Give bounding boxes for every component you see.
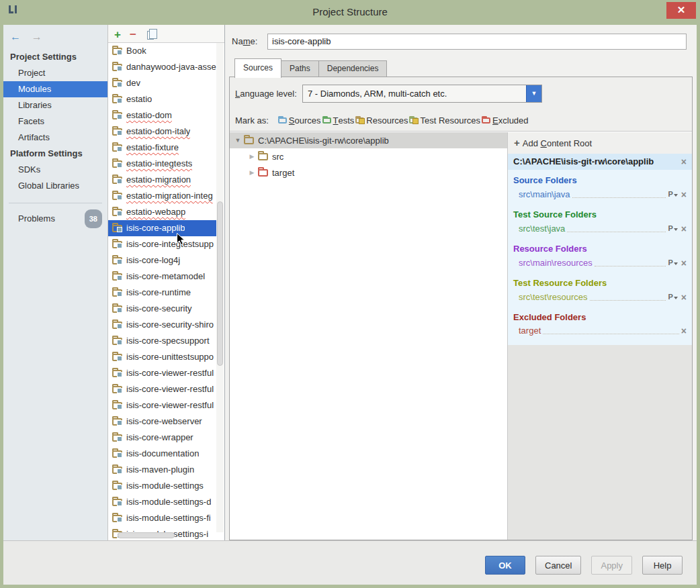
module-list-item[interactable]: isis-core-runtime xyxy=(108,285,217,301)
sidebar-item-facets[interactable]: Facets xyxy=(3,113,107,130)
remove-folder-icon[interactable]: × xyxy=(681,324,687,338)
module-list-item[interactable]: isis-core-viewer-restful xyxy=(108,381,217,397)
tree-row-target[interactable]: ▶ target xyxy=(230,164,507,181)
module-list-item[interactable]: isis-core-log4j xyxy=(108,252,217,268)
module-list-item[interactable]: isis-core-integtestsupp xyxy=(108,236,217,252)
mark-as-resources[interactable]: Resources xyxy=(355,115,408,126)
module-list-item[interactable]: estatio xyxy=(108,91,217,107)
module-list-item[interactable]: isis-core-specsupport xyxy=(108,333,217,349)
nav-section-platform-settings: Platform Settings xyxy=(3,146,107,162)
scrollbar-thumb[interactable] xyxy=(217,201,223,366)
module-icon xyxy=(112,289,122,297)
module-list-item[interactable]: isis-module-settings-d xyxy=(108,494,217,510)
folder-entry[interactable]: target × xyxy=(513,324,687,338)
module-list-item[interactable]: estatio-webapp xyxy=(108,204,217,220)
label-part: ources xyxy=(295,115,321,126)
package-prefix-button[interactable]: P xyxy=(668,222,677,235)
remove-folder-icon[interactable]: × xyxy=(681,291,687,304)
ok-button[interactable]: OK xyxy=(485,556,525,575)
package-prefix-button[interactable]: P xyxy=(668,187,677,201)
cancel-button[interactable]: Cancel xyxy=(535,556,581,575)
folder-entry[interactable]: src\test\java P × xyxy=(513,222,687,236)
remove-folder-icon[interactable]: × xyxy=(681,222,687,236)
package-prefix-button[interactable]: P xyxy=(668,256,677,269)
module-list-item[interactable]: isis-core-metamodel xyxy=(108,268,217,285)
remove-module-icon[interactable]: − xyxy=(130,30,136,40)
content-split: ▼ C:\APACHE\isis-git-rw\core\applib ▶ sr… xyxy=(230,132,692,540)
mark-as-tests[interactable]: Tests xyxy=(322,115,355,126)
module-list-item[interactable]: isis-core-security xyxy=(108,301,217,317)
expand-icon[interactable]: ▶ xyxy=(247,169,257,176)
help-button[interactable]: Help xyxy=(642,556,683,575)
module-list-horizontal-scrollbar[interactable] xyxy=(110,532,216,538)
module-label: estatio-integtests xyxy=(126,156,192,172)
module-label: estatio xyxy=(126,91,152,107)
tab-paths[interactable]: Paths xyxy=(281,60,319,77)
remove-folder-icon[interactable]: × xyxy=(681,256,687,270)
sidebar-item-problems[interactable]: Problems 38 xyxy=(3,209,107,228)
label-mnemonic: m xyxy=(243,36,251,46)
collapse-icon[interactable]: ▼ xyxy=(232,137,243,144)
sidebar-item-project[interactable]: Project xyxy=(3,65,107,81)
tab-dependencies[interactable]: Dependencies xyxy=(319,60,388,77)
module-list-item[interactable]: isis-core-viewer-restful xyxy=(108,397,217,413)
module-list-item-selected[interactable]: isis-core-applib xyxy=(108,220,217,236)
folder-entry[interactable]: src\main\java P × xyxy=(513,187,687,201)
module-list-item[interactable]: isis-core-wrapper xyxy=(108,430,217,446)
language-level-dropdown[interactable]: 7 - Diamonds, ARM, multi-catch etc. ▼ xyxy=(302,85,542,103)
module-icon xyxy=(112,386,122,393)
apply-button[interactable]: Apply xyxy=(591,556,632,575)
scrollbar-thumb[interactable] xyxy=(118,532,175,538)
folder-path: src\test\java xyxy=(519,222,565,236)
sidebar-item-libraries[interactable]: Libraries xyxy=(3,97,107,113)
module-list-item[interactable]: dev xyxy=(108,75,217,91)
module-label: isis-core-unittestsuppo xyxy=(126,349,214,365)
tree-row-content-root[interactable]: ▼ C:\APACHE\isis-git-rw\core\applib xyxy=(230,132,507,148)
module-list-item[interactable]: estatio-integtests xyxy=(108,156,217,172)
module-list-item[interactable]: isis-maven-plugin xyxy=(108,462,217,478)
remove-content-root-icon[interactable]: × xyxy=(681,154,687,170)
module-label: isis-core-metamodel xyxy=(126,268,205,285)
module-list-item[interactable]: isis-documentation xyxy=(108,446,217,462)
sidebar-item-global-libraries[interactable]: Global Libraries xyxy=(3,178,107,194)
tree-row-src[interactable]: ▶ src xyxy=(230,148,507,164)
dotted-leader xyxy=(590,300,666,301)
module-list-item[interactable]: isis-module-settings xyxy=(108,478,217,494)
module-name-input[interactable]: isis-core-applib xyxy=(267,34,687,50)
module-list-item[interactable]: isis-core-security-shiro xyxy=(108,317,217,333)
folder-entry[interactable]: src\test\resources P × xyxy=(513,290,687,304)
module-list-item[interactable]: estatio-migration-integ xyxy=(108,188,217,204)
mark-as-excluded[interactable]: Excluded xyxy=(482,115,528,126)
title-bar[interactable]: Project Structure ✕ xyxy=(0,0,700,25)
folder-entry[interactable]: src\main\resources P × xyxy=(513,256,687,270)
dropdown-arrow-icon[interactable]: ▼ xyxy=(526,85,541,102)
module-list-item[interactable]: isis-core-viewer-restful xyxy=(108,365,217,381)
sidebar-item-sdks[interactable]: SDKs xyxy=(3,162,107,178)
module-list-item[interactable]: estatio-dom xyxy=(108,107,217,124)
tab-sources[interactable]: Sources xyxy=(234,58,281,78)
copy-module-icon[interactable] xyxy=(147,31,154,40)
back-icon[interactable]: ← xyxy=(10,31,21,42)
mark-as-sources[interactable]: Sources xyxy=(278,115,321,126)
module-list-item[interactable]: isis-module-settings-fi xyxy=(108,510,217,526)
close-button[interactable]: ✕ xyxy=(666,2,696,19)
module-list-item[interactable]: isis-core-unittestsuppo xyxy=(108,349,217,365)
remove-folder-icon[interactable]: × xyxy=(681,188,687,201)
sidebar-item-modules[interactable]: Modules xyxy=(3,81,107,97)
module-list-item[interactable]: danhaywood-java-asse xyxy=(108,59,217,75)
module-list-item[interactable]: estatio-fixture xyxy=(108,140,217,156)
module-list-item[interactable]: isis-core-webserver xyxy=(108,413,217,430)
forward-icon[interactable]: → xyxy=(32,31,42,42)
sidebar-item-artifacts[interactable]: Artifacts xyxy=(3,130,107,146)
module-list-item[interactable]: Book xyxy=(108,43,217,59)
module-list-item[interactable]: estatio-migration xyxy=(108,172,217,188)
module-list-item[interactable]: estatio-dom-italy xyxy=(108,124,217,140)
expand-icon[interactable]: ▶ xyxy=(247,153,257,160)
package-prefix-button[interactable]: P xyxy=(668,290,677,303)
add-module-icon[interactable]: + xyxy=(114,30,121,40)
module-list-vertical-scrollbar[interactable] xyxy=(216,43,224,532)
mark-as-test-resources[interactable]: Test Resources xyxy=(409,115,480,126)
add-content-root-button[interactable]: +Add Content Root xyxy=(508,132,692,154)
folder-path: src\test\resources xyxy=(519,291,588,304)
module-icon xyxy=(112,96,122,103)
